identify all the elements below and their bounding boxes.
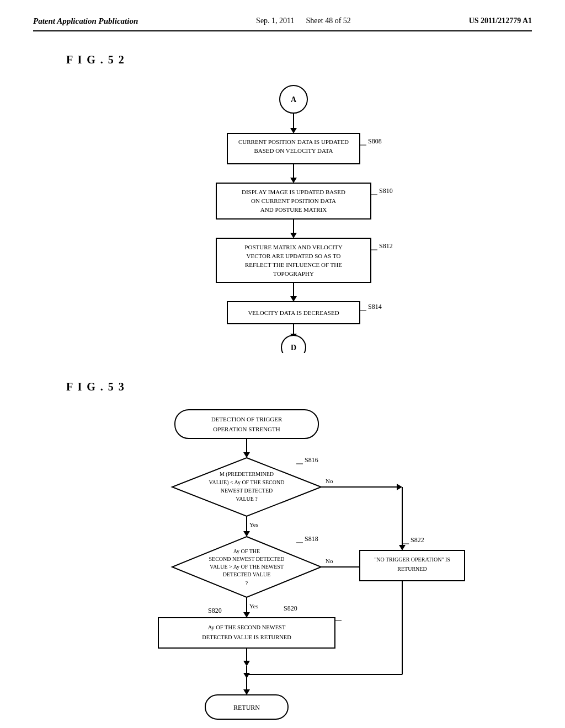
svg-text:S820: S820 xyxy=(208,607,222,614)
svg-text:VECTOR ARE UPDATED SO AS TO: VECTOR ARE UPDATED SO AS TO xyxy=(247,253,341,259)
page: Patent Application Publication Sep. 1, 2… xyxy=(0,0,565,728)
svg-marker-3 xyxy=(290,128,297,133)
svg-text:No: No xyxy=(326,478,333,484)
svg-marker-18 xyxy=(290,233,297,238)
svg-text:VELOCITY DATA IS DECREASED: VELOCITY DATA IS DECREASED xyxy=(248,309,339,316)
svg-text:AND POSTURE MATRIX: AND POSTURE MATRIX xyxy=(260,206,327,213)
svg-marker-27 xyxy=(290,296,297,302)
svg-marker-68 xyxy=(399,545,406,550)
svg-text:DETECTED VALUE: DETECTED VALUE xyxy=(223,571,271,577)
patent-number: US 2011/212779 A1 xyxy=(469,17,532,25)
svg-text:DETECTED VALUE IS RETURNED: DETECTED VALUE IS RETURNED xyxy=(202,634,291,640)
svg-text:S816: S816 xyxy=(305,456,318,464)
svg-text:TOPOGRAPHY: TOPOGRAPHY xyxy=(273,270,314,277)
svg-text:VALUE) < Ay OF THE SECOND: VALUE) < Ay OF THE SECOND xyxy=(209,479,285,486)
svg-marker-10 xyxy=(290,178,297,183)
svg-text:S814: S814 xyxy=(368,303,382,311)
svg-text:VALUE > Ay OF THE NEWEST: VALUE > Ay OF THE NEWEST xyxy=(210,564,284,570)
svg-marker-43 xyxy=(172,458,321,516)
svg-text:S810: S810 xyxy=(379,187,393,195)
svg-text:RETURN: RETURN xyxy=(233,704,260,711)
svg-text:S822: S822 xyxy=(411,536,424,544)
svg-marker-83 xyxy=(243,661,250,666)
header: Patent Application Publication Sep. 1, 2… xyxy=(33,17,532,31)
svg-text:No: No xyxy=(326,558,333,564)
svg-text:Yes: Yes xyxy=(249,603,258,609)
fig52-flowchart: A CURRENT POSITION DATA IS UPDATED BASED… xyxy=(55,77,532,353)
svg-text:Ay OF THE SECOND NEWEST: Ay OF THE SECOND NEWEST xyxy=(208,624,286,630)
svg-text:OPERATION STRENGTH: OPERATION STRENGTH xyxy=(213,426,280,432)
svg-text:Ay OF THE: Ay OF THE xyxy=(233,548,260,554)
svg-marker-49 xyxy=(397,484,402,490)
svg-text:Yes: Yes xyxy=(249,521,258,528)
publication-label: Patent Application Publication xyxy=(33,17,138,26)
fig52-section: F I G . 5 2 A CURRENT POSITION DATA IS U… xyxy=(33,53,532,353)
fig52-svg: A CURRENT POSITION DATA IS UPDATED BASED… xyxy=(156,77,431,353)
svg-text:A: A xyxy=(291,95,297,104)
svg-text:"NO TRIGGER OPERATION" IS: "NO TRIGGER OPERATION" IS xyxy=(374,556,450,563)
sheet-label: Sheet 48 of 52 xyxy=(306,17,351,25)
svg-rect-36 xyxy=(175,410,318,438)
svg-text:REFLECT THE INFLUENCE OF THE: REFLECT THE INFLUENCE OF THE xyxy=(245,261,342,268)
fig53-section: F I G . 5 3 DETECTION OF TRIGGER OPERATI… xyxy=(33,381,532,728)
svg-marker-52 xyxy=(243,531,250,537)
fig53-label: F I G . 5 3 xyxy=(66,381,532,393)
svg-rect-77 xyxy=(158,618,335,648)
header-center: Sep. 1, 2011 Sheet 48 of 52 xyxy=(256,17,351,25)
svg-marker-89 xyxy=(243,689,250,695)
svg-text:DETECTION OF TRIGGER: DETECTION OF TRIGGER xyxy=(211,416,282,422)
svg-text:CURRENT POSITION DATA IS UPDAT: CURRENT POSITION DATA IS UPDATED xyxy=(238,138,349,145)
date-label: Sep. 1, 2011 xyxy=(256,17,294,25)
fig53-flowchart: DETECTION OF TRIGGER OPERATION STRENGTH … xyxy=(33,404,532,728)
svg-text:RETURNED: RETURNED xyxy=(397,566,427,572)
svg-text:BASED ON VELOCITY DATA: BASED ON VELOCITY DATA xyxy=(254,147,333,154)
svg-text:POSTURE MATRIX AND VELOCITY: POSTURE MATRIX AND VELOCITY xyxy=(244,244,342,250)
svg-text:ON CURRENT POSITION DATA: ON CURRENT POSITION DATA xyxy=(251,197,336,204)
svg-text:S808: S808 xyxy=(368,137,382,145)
svg-text:S820: S820 xyxy=(284,604,297,612)
svg-text:SECOND NEWEST DETECTED: SECOND NEWEST DETECTED xyxy=(209,556,284,562)
svg-text:NEWEST DETECTED: NEWEST DETECTED xyxy=(221,488,273,494)
svg-text:D: D xyxy=(291,344,296,352)
svg-text:S812: S812 xyxy=(379,242,393,250)
svg-marker-40 xyxy=(243,452,250,458)
svg-text:?: ? xyxy=(246,580,248,586)
svg-text:M (PREDETERMINED: M (PREDETERMINED xyxy=(220,471,274,478)
svg-text:VALUE ?: VALUE ? xyxy=(236,496,258,502)
svg-text:S818: S818 xyxy=(305,535,318,543)
svg-text:DISPLAY IMAGE IS UPDATED BASED: DISPLAY IMAGE IS UPDATED BASED xyxy=(242,189,345,195)
fig52-label: F I G . 5 2 xyxy=(66,53,532,66)
svg-marker-73 xyxy=(243,612,250,618)
fig53-svg: DETECTION OF TRIGGER OPERATION STRENGTH … xyxy=(89,404,476,728)
